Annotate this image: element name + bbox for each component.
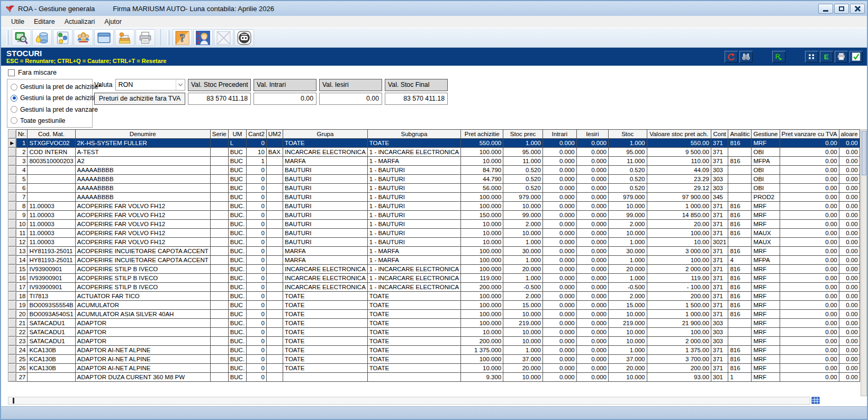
cell[interactable]: 816	[728, 229, 752, 238]
cell[interactable]	[266, 265, 283, 274]
cell[interactable]	[210, 211, 228, 220]
toolbar-button-help[interactable]: ?	[173, 29, 192, 46]
cell[interactable]	[210, 265, 228, 274]
cell[interactable]: 1 - BAUTURI	[367, 193, 460, 202]
table-row[interactable]: 1111.00003ACOPERIRE FAR VOLVO FH12BUC.0B…	[8, 229, 860, 238]
cell[interactable]: 0.000	[576, 301, 608, 310]
cell[interactable]: TI7813	[28, 292, 75, 301]
toolbar-button-mail-disabled[interactable]	[214, 29, 233, 46]
cell[interactable]: 0.000	[576, 328, 608, 337]
column-header[interactable]: UM2	[266, 130, 283, 139]
cell[interactable]: TOATE	[283, 139, 368, 148]
cell[interactable]: 44.790	[461, 175, 503, 184]
cell[interactable]: 95.000	[503, 148, 543, 157]
cell[interactable]: 0	[247, 274, 267, 283]
cell[interactable]: MAUX	[752, 238, 780, 247]
cell[interactable]: MRF	[752, 373, 780, 382]
cell[interactable]: ACOPERIRE STILP B IVECO	[75, 265, 210, 274]
cell[interactable]: 56.000	[461, 184, 503, 193]
cell[interactable]: 2	[16, 148, 28, 157]
cell[interactable]: 0.000	[542, 202, 576, 211]
cell[interactable]: 371	[711, 274, 728, 283]
column-header[interactable]: Cod. Mat.	[28, 130, 75, 139]
cell[interactable]: BAUTURI	[283, 220, 368, 229]
cell[interactable]: ACOPERIRE FAR VOLVO FH12	[75, 238, 210, 247]
cell[interactable]: 100.000	[461, 247, 503, 256]
cell[interactable]: 3 700.00	[647, 355, 711, 364]
cell[interactable]: 816	[728, 157, 752, 166]
cell[interactable]: TOATE	[283, 364, 368, 373]
cell[interactable]: 11.00003	[28, 211, 75, 220]
cell[interactable]: 0.000	[576, 184, 608, 193]
cell[interactable]	[210, 220, 228, 229]
cell[interactable]: 200.000	[461, 283, 503, 292]
cell[interactable]: 0.000	[576, 283, 608, 292]
cell[interactable]: 44.09	[647, 166, 711, 175]
cell[interactable]: MRF	[752, 139, 780, 148]
cell[interactable]	[728, 319, 752, 328]
cell[interactable]: 1 - INCARCARE ELECTRONICA	[367, 283, 460, 292]
cell[interactable]: -0.500	[608, 283, 647, 292]
cell[interactable]: BUC.	[228, 283, 246, 292]
cell[interactable]: BUC.	[228, 211, 246, 220]
cell[interactable]: 0.00	[780, 256, 839, 265]
table-row[interactable]: 27ADAPTOR DUZA CURENT 360 M8 PWBUC09.300…	[8, 373, 860, 382]
row-selector[interactable]	[8, 157, 16, 166]
cell[interactable]: 10.000	[461, 157, 503, 166]
cell[interactable]: 100.00	[647, 256, 711, 265]
table-row[interactable]: 24KCA130BADAPTOR AI-NET ALPINEBUC.0TOATE…	[8, 346, 860, 355]
cell[interactable]: 4	[16, 166, 28, 175]
column-header[interactable]: Stoc	[608, 130, 647, 139]
cell[interactable]: COD INTERN	[28, 148, 75, 157]
cell[interactable]: 1 - BAUTURI	[367, 238, 460, 247]
cell[interactable]: 0.000	[576, 229, 608, 238]
cell[interactable]: 1 - BAUTURI	[367, 202, 460, 211]
header-button-excel[interactable]: E	[820, 51, 833, 62]
cell[interactable]: BUC.	[228, 274, 246, 283]
cell[interactable]: 100.000	[461, 310, 503, 319]
cell[interactable]: 0	[247, 301, 267, 310]
table-row[interactable]: 6AAAAABBBBBUC0BAUTURI1 - BAUTURI56.0000.…	[8, 184, 860, 193]
cell[interactable]: 816	[728, 355, 752, 364]
cell[interactable]: BUC	[228, 148, 246, 157]
cell[interactable]: 371	[711, 202, 728, 211]
cell[interactable]: 3	[16, 157, 28, 166]
radio-option-2[interactable]: Gestiuni la pret de achizitie	[11, 94, 89, 102]
cell[interactable]: 2 000.00	[647, 265, 711, 274]
cell[interactable]: 119.00	[647, 274, 711, 283]
cell[interactable]: 816	[728, 310, 752, 319]
cell[interactable]: BUC.	[228, 328, 246, 337]
cell[interactable]: 0.00	[839, 166, 860, 175]
cell[interactable]: 0.00	[780, 184, 839, 193]
cell[interactable]	[266, 328, 283, 337]
cell[interactable]: 0.00	[780, 301, 839, 310]
toolbar-button-archive[interactable]	[115, 29, 134, 46]
cell[interactable]: 97 900.00	[647, 193, 711, 202]
cell[interactable]: 1 500.00	[647, 301, 711, 310]
cell[interactable]	[210, 364, 228, 373]
cell[interactable]: 0.00	[780, 175, 839, 184]
row-selector[interactable]	[8, 211, 16, 220]
cell[interactable]: 8	[16, 202, 28, 211]
cell[interactable]	[266, 166, 283, 175]
cell[interactable]: 1 - MARFA	[367, 256, 460, 265]
cell[interactable]: MRF	[752, 220, 780, 229]
cell[interactable]	[210, 157, 228, 166]
cell[interactable]: 0.000	[576, 175, 608, 184]
table-row[interactable]: 1011.00003ACOPERIRE FAR VOLVO FH12BUC.0B…	[8, 220, 860, 229]
table-row[interactable]: 1211.00003ACOPERIRE FAR VOLVO FH12BUC.0B…	[8, 238, 860, 247]
table-row[interactable]: 13HY81193-25011ACOPERIRE INCUIETOARE CAP…	[8, 247, 860, 256]
cell[interactable]: 816	[728, 265, 752, 274]
cell[interactable]: ACOPERIRE INCUIETOARE CAPOTA ACCENT	[75, 256, 210, 265]
table-row[interactable]: 22SATACADU1ADAPTORBUC.0TOATETOATE10.0001…	[8, 328, 860, 337]
cell[interactable]: 0	[247, 364, 267, 373]
cell[interactable]: MARFA	[283, 256, 368, 265]
cell[interactable]: 22	[16, 328, 28, 337]
cell[interactable]: 21 900.00	[647, 319, 711, 328]
cell[interactable]: 8003510000203	[28, 157, 75, 166]
cell[interactable]: 0.00	[839, 148, 860, 157]
cell[interactable]	[266, 346, 283, 355]
cell[interactable]: 0	[247, 265, 267, 274]
cell[interactable]	[266, 238, 283, 247]
column-header[interactable]: Analitic	[728, 130, 752, 139]
